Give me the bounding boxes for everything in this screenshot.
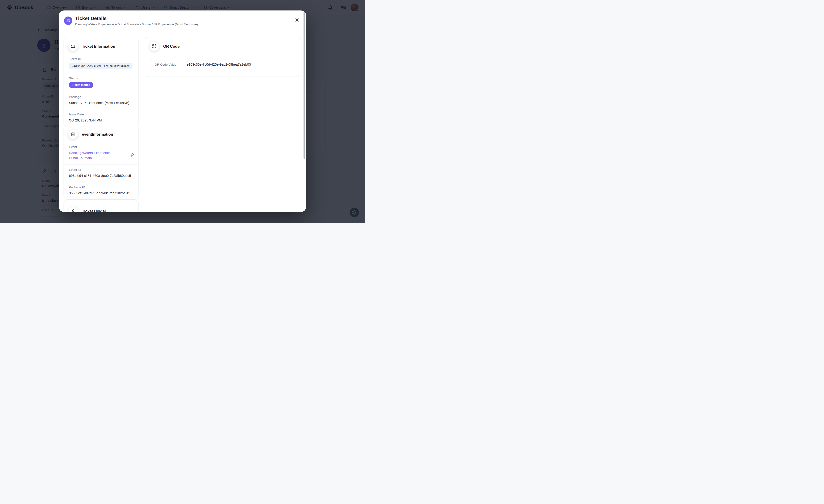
qr-code-icon	[152, 44, 157, 49]
event-information-header: 12 eventInformation	[64, 125, 138, 142]
calendar-icon-bubble: 12	[69, 130, 78, 139]
event-information-card: 12 eventInformation Event Dancing Waters…	[64, 125, 139, 200]
ticket-information-header: Ticket Information	[64, 37, 138, 54]
modal-title: Ticket Details	[75, 16, 107, 21]
qr-value: e103c30e-7c0d-420e-9ad2-09bea7a2eb03	[187, 62, 251, 66]
modal-ticket-icon-bubble	[64, 16, 72, 25]
ticket-information-title: Ticket Information	[82, 44, 115, 49]
field-event-id: Event ID 693afed4-c181-460a-8ee0-7c2afb8…	[64, 164, 138, 182]
user-icon-bubble	[69, 207, 78, 212]
modal-header: Ticket Details Dancing Waters Experience…	[59, 10, 306, 31]
user-icon	[71, 209, 76, 212]
ticket-holder-header: Ticket Holder	[64, 200, 138, 212]
ticket-details-modal: Ticket Details Dancing Waters Experience…	[59, 10, 306, 212]
screen: DuBook Overview Events Tickets Users	[0, 0, 365, 223]
ticket-icon	[71, 44, 76, 49]
field-package-id: Package ID 35559ef1-407d-46c7-940c-feb71…	[64, 182, 138, 200]
close-button[interactable]	[294, 17, 300, 23]
field-status: Status Ticket Issued	[64, 73, 138, 92]
qr-code-card: QR Code QR Code Value e103c30e-7c0d-420e…	[145, 37, 301, 77]
modal-body: Ticket Information Ticket ID 24d3f6a2-5e…	[59, 31, 306, 212]
ticket-icon	[66, 19, 70, 23]
close-icon	[295, 18, 299, 22]
gear-icon	[352, 210, 356, 215]
status-badge: Ticket Issued	[69, 82, 93, 88]
ticket-holder-card: Ticket Holder	[64, 200, 139, 212]
event-link[interactable]: Dancing Waters Experience – Dubai Founta…	[69, 150, 120, 161]
field-event: Event Dancing Waters Experience – Dubai …	[64, 142, 138, 164]
field-ticket-id: Ticket ID 24d3f6a2-5ec5-40ed-917e-f4039d…	[64, 54, 138, 73]
qr-icon-bubble	[150, 42, 159, 51]
field-issue-date: Issue Date Oct 29, 2025 3:44 PM	[64, 109, 138, 127]
qr-value-label: QR Code Value	[154, 63, 187, 66]
link-icon[interactable]	[129, 153, 134, 157]
ticket-information-card: Ticket Information Ticket ID 24d3f6a2-5e…	[64, 37, 139, 127]
ticket-id-pill: 24d3f6a2-5ec5-40ed-917e-f4039d9d04ce	[69, 62, 132, 69]
qr-code-title: QR Code	[163, 44, 180, 49]
field-package: Package Sunset VIP Experience (Most Excl…	[64, 92, 138, 109]
modal-subtitle: Dancing Waters Experience – Dubai Founta…	[75, 23, 198, 26]
qr-value-row: QR Code Value e103c30e-7c0d-420e-9ad2-09…	[150, 59, 296, 70]
qr-code-header: QR Code	[145, 37, 301, 54]
modal-scrollbar-thumb[interactable]	[304, 11, 305, 159]
ticket-holder-title: Ticket Holder	[82, 209, 106, 212]
event-information-title: eventInformation	[82, 132, 113, 137]
ticket-icon-bubble	[69, 42, 78, 51]
svg-text:12: 12	[72, 134, 74, 136]
calendar-12-icon: 12	[71, 132, 76, 137]
settings-fab[interactable]	[349, 208, 359, 217]
